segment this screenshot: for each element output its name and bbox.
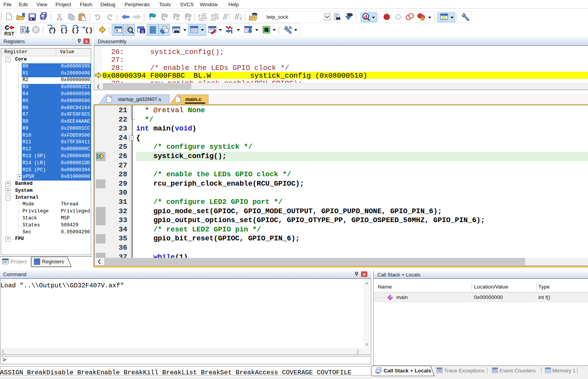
svg-text:S: S [141, 29, 144, 34]
svg-text:{}: {} [85, 27, 93, 34]
svg-text:>: > [116, 28, 118, 33]
svg-text:d: d [364, 14, 368, 20]
svg-text:RST: RST [4, 31, 14, 36]
svg-text:t: t [231, 28, 233, 35]
